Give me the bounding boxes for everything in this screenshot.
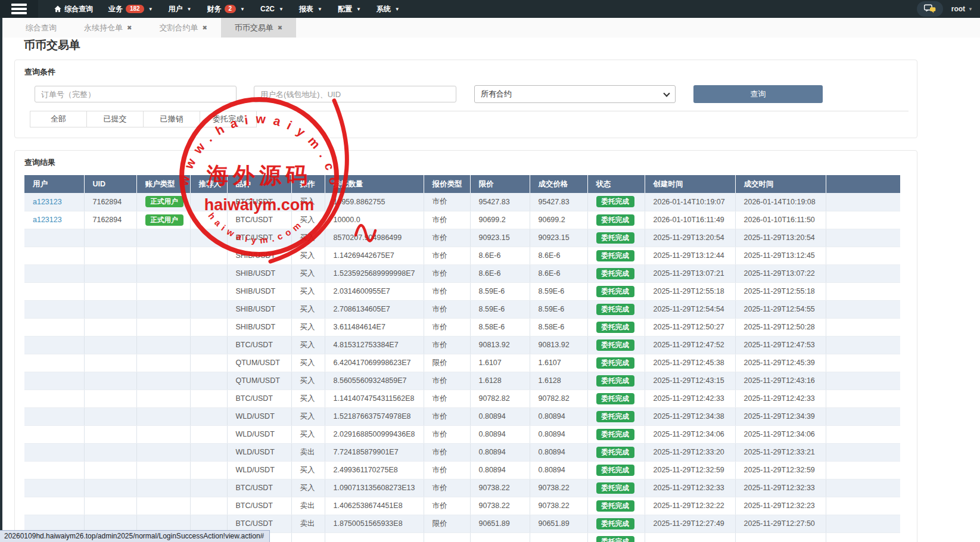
cell-account-type <box>136 300 190 318</box>
chevron-down-icon: ▼ <box>148 7 153 12</box>
cell-user <box>24 300 84 318</box>
tab-overview[interactable]: 综合查询 <box>12 18 70 38</box>
cell-quote-type: 市价 <box>424 211 470 229</box>
cell-quote-type: 市价 <box>424 479 470 497</box>
cell-deal-price: 90738.22 <box>530 479 587 497</box>
nav-item-config[interactable]: 配置 ▼ <box>330 0 369 18</box>
cell-limit-price: 90738.22 <box>470 497 530 515</box>
tab-label: 永续持仓单 <box>84 23 123 33</box>
cell-referrer <box>190 336 227 354</box>
username: root <box>951 5 965 13</box>
cell-status: 委托完成 <box>587 390 645 407</box>
cell-status: 委托完成 <box>587 497 645 515</box>
chevron-down-icon: ▼ <box>187 7 192 12</box>
cell-uid <box>84 425 136 443</box>
cell-status: 委托完成 <box>587 229 645 247</box>
cell-account-type <box>136 479 190 497</box>
cell-referrer <box>190 318 227 336</box>
status-badge: 委托完成 <box>596 518 634 529</box>
cell-deal-time: 2025-11-29T12:47:53 <box>735 336 826 354</box>
home-icon <box>54 5 61 13</box>
user-link[interactable]: a123123 <box>33 198 62 206</box>
cell-limit-price: 0.80894 <box>470 461 530 479</box>
table-row: SHIB/USDT 买入 1.5235925689999998E7 市价 8.6… <box>24 264 900 282</box>
cell-actions <box>826 336 900 354</box>
nav-item-overview[interactable]: 综合查询 <box>46 0 101 18</box>
results-panel-title: 查询结果 <box>24 157 55 168</box>
messages-button[interactable] <box>917 1 943 17</box>
cell-actions <box>826 354 900 372</box>
cell-deal-price: 8.58E-6 <box>530 318 587 336</box>
username-uid-input[interactable] <box>254 86 456 102</box>
cell-uid: 7162894 <box>84 211 136 229</box>
cell-actions <box>826 372 900 390</box>
cell-uid <box>84 497 136 515</box>
cell-status: 委托完成 <box>587 532 645 542</box>
tab-spot-orders[interactable]: 币币交易单 ✖ <box>221 18 296 38</box>
col-header-deal-time: 成交时间 <box>735 175 826 193</box>
nav-item-business[interactable]: 业务 182 ▼ <box>101 0 161 18</box>
col-header-account-type: 账户类型 <box>136 175 190 193</box>
hamburger-menu-icon[interactable] <box>0 0 38 18</box>
cell-user <box>24 390 84 407</box>
cell-quote-type: 市价 <box>424 372 470 390</box>
cell-user <box>24 264 84 282</box>
order-number-input[interactable] <box>35 86 237 102</box>
nav-item-system[interactable]: 系统 ▼ <box>369 0 407 18</box>
cell-deal-time: 2025-11-29T12:43:16 <box>735 372 826 390</box>
cell-actions <box>826 318 900 336</box>
cell-side: 买入 <box>291 193 325 211</box>
user-link[interactable]: a123123 <box>33 216 62 224</box>
cell-quote-type: 限价 <box>424 354 470 372</box>
cell-side: 买入 <box>291 300 325 318</box>
tab-delivery-contracts[interactable]: 交割合约单 ✖ <box>145 18 220 38</box>
contract-select[interactable]: 所有合约 <box>474 85 676 103</box>
cell-referrer <box>190 390 227 407</box>
cell-created-time: 2025-11-29T12:47:52 <box>645 336 735 354</box>
cell-deal-time: 2026-01-10T16:11:50 <box>735 211 826 229</box>
tab-close-icon[interactable]: ✖ <box>127 24 132 31</box>
cell-deal-time: 2025-11-29T12:50:28 <box>735 318 826 336</box>
cell-quote-type: 市价 <box>424 336 470 354</box>
status-tab-completed[interactable]: 委托完成 <box>200 111 257 127</box>
tab-perpetual-positions[interactable]: 永续持仓单 ✖ <box>70 18 145 38</box>
tab-close-icon[interactable]: ✖ <box>278 24 282 31</box>
cell-symbol: WLD/USDT <box>227 443 291 461</box>
cell-deal-price: 90813.92 <box>530 336 587 354</box>
cell-side: 买入 <box>291 390 325 407</box>
tab-label: 综合查询 <box>26 23 57 33</box>
cell-uid <box>84 336 136 354</box>
cell-created-time: 2025-11-29T12:43:15 <box>645 372 735 390</box>
hamburger-bars <box>11 4 27 14</box>
cell-user <box>24 372 84 390</box>
status-tab-all[interactable]: 全部 <box>30 111 87 127</box>
nav-item-c2c[interactable]: C2C ▼ <box>253 0 291 18</box>
nav-item-finance[interactable]: 财务 2 ▼ <box>200 0 253 18</box>
status-badge: 委托完成 <box>596 411 634 422</box>
cell-symbol: BTC/USDT <box>227 229 291 247</box>
search-button[interactable]: 查询 <box>693 85 823 103</box>
cell-actions <box>826 461 900 479</box>
user-menu[interactable]: root ▼ <box>951 5 973 13</box>
cell-uid <box>84 247 136 264</box>
cell-status: 委托完成 <box>587 336 645 354</box>
cell-limit-price: 90782.82 <box>470 390 530 407</box>
nav-item-users[interactable]: 用户 ▼ <box>161 0 200 18</box>
cell-user <box>24 229 84 247</box>
cell-actions <box>826 264 900 282</box>
cell-deal-price: 8.59E-6 <box>530 300 587 318</box>
cell-limit-price: 8.58E-6 <box>470 318 530 336</box>
cell-limit-price: 90813.92 <box>470 336 530 354</box>
status-badge: 委托完成 <box>596 268 634 279</box>
cell-amount: 1.4062538674451E8 <box>325 497 424 515</box>
status-tab-cancelled[interactable]: 已撤销 <box>143 111 200 127</box>
cell-actions <box>826 443 900 461</box>
cell-user <box>24 354 84 372</box>
tab-close-icon[interactable]: ✖ <box>202 24 207 31</box>
cell-uid <box>84 318 136 336</box>
cell-deal-price: 1.6107 <box>530 354 587 372</box>
nav-item-reports[interactable]: 报表 ▼ <box>291 0 330 18</box>
cell-user <box>24 247 84 264</box>
status-tab-submitted[interactable]: 已提交 <box>86 111 144 127</box>
cell-created-time: 2025-11-29T13:20:54 <box>645 229 735 247</box>
